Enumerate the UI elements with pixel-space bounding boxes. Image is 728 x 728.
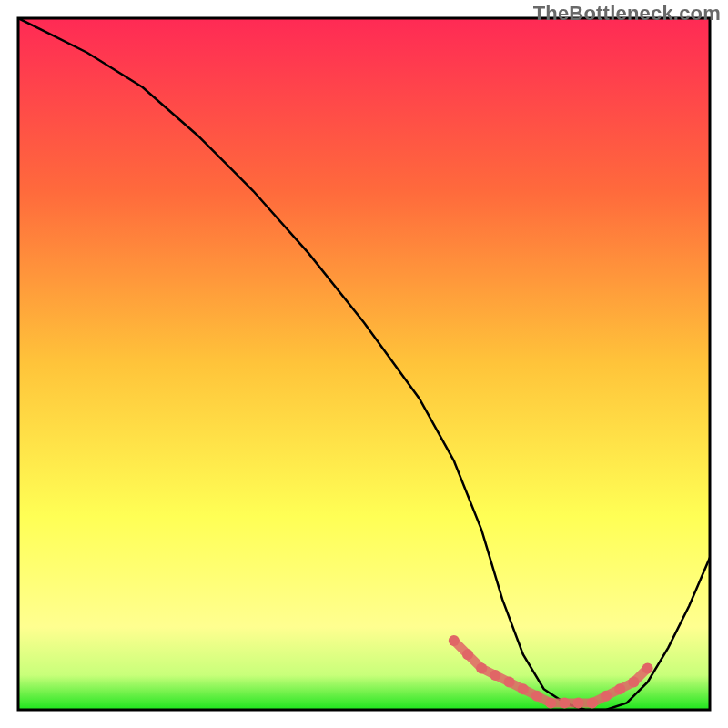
- watermark-text: TheBottleneck.com: [533, 2, 721, 25]
- marker-dot: [573, 697, 584, 708]
- marker-dot: [545, 697, 556, 708]
- marker-dot: [490, 670, 500, 681]
- marker-dot: [504, 677, 515, 688]
- marker-dot: [601, 691, 612, 702]
- marker-dot: [642, 662, 653, 673]
- chart-container: TheBottleneck.com: [0, 0, 728, 728]
- marker-dot: [531, 691, 542, 702]
- marker-dot: [462, 649, 473, 660]
- marker-dot: [614, 683, 625, 694]
- marker-dot: [449, 635, 460, 646]
- marker-dot: [628, 677, 639, 688]
- marker-dot: [476, 662, 487, 673]
- marker-dot: [518, 683, 529, 694]
- marker-dot: [559, 697, 570, 708]
- plot-background: [18, 18, 710, 710]
- bottleneck-chart: [0, 0, 728, 728]
- marker-dot: [587, 697, 598, 708]
